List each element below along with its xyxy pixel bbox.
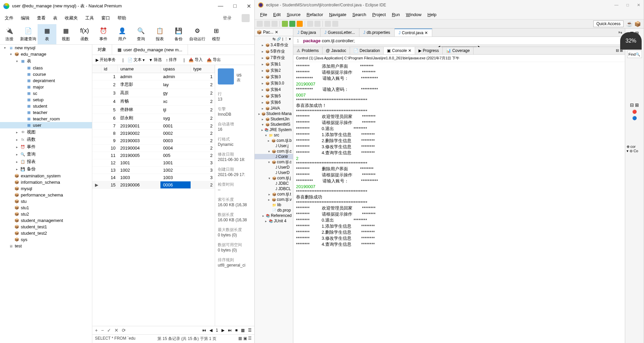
project-tree-item[interactable]: ▸📦7章作业 (255, 55, 293, 61)
page-number[interactable]: 1 (216, 328, 218, 333)
tree-item[interactable]: ▸👁视图 (0, 128, 92, 136)
minimize-button[interactable]: — (218, 3, 223, 9)
tree-item[interactable]: ▦student (0, 103, 92, 109)
tree-item[interactable]: 📦performance_schema (0, 192, 92, 198)
tree-item[interactable]: ▸fx函数 (0, 136, 92, 143)
toolbar-视图[interactable]: ▦视图 (56, 24, 75, 44)
menu-item[interactable]: Run (389, 11, 403, 18)
tree-item[interactable]: 📦stu1 (0, 205, 92, 211)
sort-button[interactable]: ↕ 排序 (166, 57, 177, 63)
tree-item[interactable]: ▾▦表 (0, 57, 92, 65)
tree-item[interactable]: ▾🖥new mysql (0, 45, 92, 51)
tree-item[interactable]: ▦course (0, 71, 92, 77)
tree-item[interactable]: 📦information_schema (0, 179, 92, 185)
quick-access-box[interactable]: Quick Access (593, 20, 624, 27)
project-tree-item[interactable]: ▸📚Referenced (255, 213, 293, 218)
code-editor[interactable]: 1package com.tjl.controller; (293, 37, 625, 45)
tab[interactable]: 对象 (92, 45, 112, 55)
tree-item[interactable]: 📦student_management (0, 217, 92, 224)
tree-item[interactable]: ▦teacher (0, 109, 92, 116)
tree-item[interactable]: ▦user (0, 122, 92, 128)
text-button[interactable]: 📄 文本 ▾ (128, 57, 145, 63)
project-tree-item[interactable]: ▸📦3.4章作业 (255, 42, 293, 48)
project-tree-item[interactable]: ▸📚JUnit 4 (255, 218, 293, 224)
coverage-icon[interactable] (297, 21, 303, 27)
column-header[interactable]: type (191, 65, 215, 73)
tree-item[interactable]: ▸🔍查询 (0, 151, 92, 158)
project-tree-item[interactable]: JUser.j (255, 143, 293, 149)
view-tab-declaration[interactable]: 📄 Declaration (350, 47, 384, 54)
maximize-button[interactable]: □ (627, 3, 629, 7)
new-class-icon[interactable] (314, 21, 320, 27)
toolbar-事件[interactable]: ⏰事件 (94, 24, 113, 44)
tree-item[interactable]: 📦mysql (0, 185, 92, 192)
project-tree-item[interactable]: ▸📦实验3 (255, 74, 293, 80)
menu-item[interactable]: 查看 (37, 15, 46, 21)
tree-item[interactable]: 🖥test (0, 243, 92, 249)
toolbar-表[interactable]: ▦表 (38, 24, 56, 44)
begin-transaction-button[interactable]: ▶ 开始事务 (96, 57, 116, 63)
project-tree-item[interactable]: ▸📦com.tjl.t (255, 191, 293, 197)
view-tab-coverage[interactable]: 📊 Coverage (443, 47, 474, 54)
prev-page-button[interactable]: ◀ (209, 328, 212, 333)
project-tree-item[interactable]: ▾📦com.tjl.j (255, 175, 293, 181)
add-row-button[interactable]: + (95, 328, 98, 333)
close-button[interactable]: ✕ (637, 3, 640, 7)
project-tree-item[interactable]: ▸📦5章作业 (255, 48, 293, 55)
form-view-icon[interactable]: ☰ (248, 328, 252, 333)
stop-button[interactable]: ■ (235, 328, 238, 333)
toolbar-新建查询[interactable]: 📄新建查询 (19, 24, 38, 44)
toggle-icon[interactable] (332, 21, 338, 27)
database-tree[interactable]: ▾🖥new mysql▾📦edu_manage▾▦表▦class▦course▦… (0, 45, 92, 343)
table-row[interactable]: 4肖畅xc2 (92, 97, 215, 106)
grid-view-icon[interactable]: ▦ (241, 328, 245, 333)
tree-item[interactable]: ▦depratment (0, 77, 92, 84)
cancel-edit-button[interactable]: ✕ (114, 328, 118, 333)
tree-item[interactable]: ▦teacher_room (0, 116, 92, 122)
tree-item[interactable]: ▦major (0, 84, 92, 90)
table-row[interactable]: 5佟静林tjl2 (92, 106, 215, 114)
tree-item[interactable]: 📦student_test1 (0, 224, 92, 230)
project-tree-item[interactable]: ▸📚JRE System (255, 127, 293, 132)
data-grid[interactable]: idunameupasstype1adminadmin12李思影lay23高原g… (92, 65, 215, 326)
table-row[interactable]: 6邵永刚syg2 (92, 114, 215, 122)
column-header[interactable]: id (101, 65, 117, 73)
toolbar-备份[interactable]: 💾备份 (169, 24, 188, 44)
toolbar-连接[interactable]: 🔌连接 (0, 24, 19, 44)
menu-item[interactable]: 表 (53, 15, 57, 21)
editor-tab[interactable]: J GuesssLetter... (320, 28, 359, 37)
debug-icon[interactable] (282, 21, 288, 27)
column-header[interactable]: upass (160, 65, 190, 73)
console-output[interactable]: ******** 添加用户界面 **************** 请根据提示操作… (293, 62, 625, 343)
project-tree-item[interactable]: JUserD (255, 165, 293, 170)
table-row[interactable]: 11201900050052 (92, 152, 215, 159)
menu-item[interactable]: Window (403, 11, 424, 18)
toolbar-查询[interactable]: 🔍查询 (132, 24, 150, 44)
project-tree-item[interactable]: ▸📦Student-Mana (255, 111, 293, 116)
perspective-icon[interactable]: ☕ 📦 (626, 21, 641, 27)
tree-item[interactable]: 📦sys (0, 236, 92, 243)
tree-item[interactable]: 📦stu (0, 198, 92, 205)
menu-item[interactable]: Refactor (304, 11, 326, 18)
table-row[interactable]: 13100210023 (92, 167, 215, 174)
menu-item[interactable]: 工具 (85, 15, 94, 21)
save-all-icon[interactable] (271, 21, 278, 27)
tree-item[interactable]: ▦sc (0, 90, 92, 97)
first-page-button[interactable]: ⏮ (202, 328, 206, 333)
project-tree-item[interactable]: JJDBCL (255, 186, 293, 191)
breakpoints-icon[interactable]: 🔴 (632, 110, 637, 114)
view-tab-console[interactable]: ▣ Console ✕ (384, 47, 415, 54)
menu-item[interactable]: Edit (270, 11, 283, 18)
tree-item[interactable]: 📦examination_system (0, 173, 92, 179)
tree-item[interactable]: ▦class (0, 65, 92, 71)
project-tree-item[interactable]: ▾📦com.tjl.c (255, 149, 293, 154)
refresh-button[interactable]: ⟳ (122, 328, 126, 333)
table-row[interactable]: 72019000100012 (92, 122, 215, 130)
project-tree-item[interactable]: ▾📦com.tjl.c (255, 159, 293, 165)
tree-item[interactable]: ▾📦edu_manage (0, 51, 92, 57)
next-page-button[interactable]: ▶ (221, 328, 225, 333)
search-icon[interactable] (325, 21, 331, 27)
toolbar-报表[interactable]: 📋报表 (150, 24, 169, 44)
table-row[interactable]: 3高原gy2 (92, 89, 215, 97)
apply-button[interactable]: ✓ (107, 328, 111, 333)
